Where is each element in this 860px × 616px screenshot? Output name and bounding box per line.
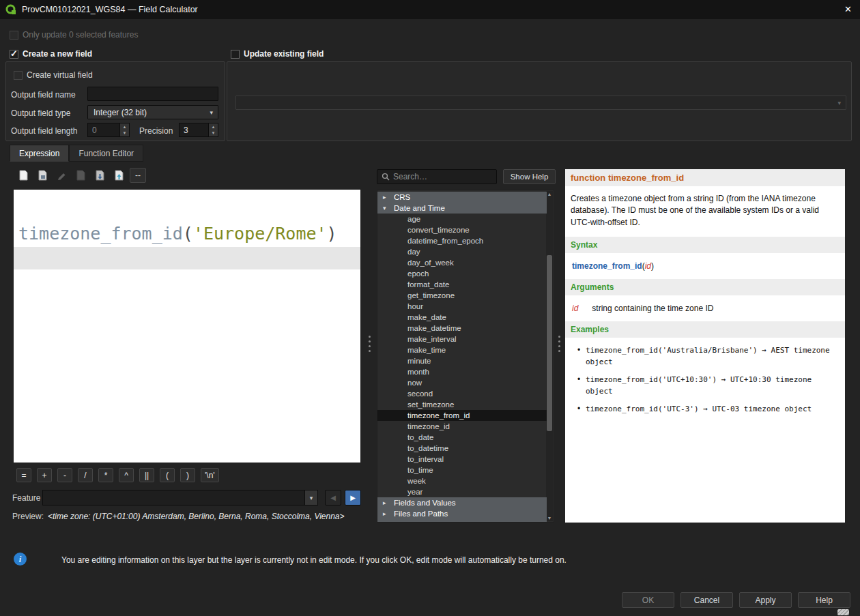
tree-item-month[interactable]: month bbox=[377, 366, 547, 377]
help-description: Creates a timezone object from a string … bbox=[565, 186, 841, 230]
tree-label: timezone_from_id bbox=[407, 411, 470, 420]
output-field-type-dropdown[interactable]: Integer (32 bit) ▾ bbox=[87, 105, 218, 119]
next-feature-button[interactable]: ▶ bbox=[345, 490, 361, 505]
tree-item-year[interactable]: year bbox=[377, 486, 547, 497]
create-virtual-field-checkbox[interactable]: Create virtual field bbox=[14, 70, 93, 80]
tree-item-datetime_from_epoch[interactable]: datetime_from_epoch bbox=[377, 235, 547, 246]
tree-group-Files and Paths[interactable]: ▸Files and Paths bbox=[377, 508, 547, 519]
expression-string: 'Europe/Rome' bbox=[193, 224, 327, 244]
operator-button-/[interactable]: / bbox=[78, 468, 93, 482]
spin-down-icon[interactable]: ▼ bbox=[209, 130, 218, 137]
comment-button[interactable]: -- bbox=[130, 168, 146, 183]
tree-item-make_date[interactable]: make_date bbox=[377, 312, 547, 323]
ok-button[interactable]: OK bbox=[622, 592, 674, 608]
function-tree[interactable]: ▲ ▼ ▸CRS▾Date and Timeageconvert_timezon… bbox=[377, 190, 554, 523]
precision-spinner[interactable]: 3 ▲▼ bbox=[179, 123, 218, 137]
operator-button--[interactable]: - bbox=[57, 468, 72, 482]
tree-label: convert_timezone bbox=[407, 226, 470, 234]
operator-button-'\n'[interactable]: '\n' bbox=[201, 468, 219, 482]
argument-row: id string containing the time zone ID bbox=[565, 295, 845, 314]
tree-label: age bbox=[407, 215, 420, 223]
feature-dropdown[interactable]: ▾ bbox=[42, 490, 318, 505]
show-help-button[interactable]: Show Help bbox=[503, 169, 556, 184]
tree-label: Date and Time bbox=[394, 204, 445, 212]
tree-item-age[interactable]: age bbox=[377, 214, 547, 224]
scroll-down-icon[interactable]: ▼ bbox=[546, 516, 553, 520]
tree-item-hour[interactable]: hour bbox=[377, 301, 547, 312]
tree-group-Date and Time[interactable]: ▾Date and Time bbox=[377, 203, 547, 214]
operator-button-||[interactable]: || bbox=[139, 468, 154, 482]
chevron-down-icon[interactable]: ▾ bbox=[304, 490, 317, 505]
tree-scrollbar[interactable]: ▲ ▼ bbox=[546, 191, 553, 521]
tree-item-timezone_from_id[interactable]: timezone_from_id bbox=[377, 410, 547, 421]
tab-expression[interactable]: Expression bbox=[10, 145, 69, 162]
operator-button-=[interactable]: = bbox=[16, 468, 31, 482]
output-field-length-spinner[interactable]: 0 ▲▼ bbox=[87, 123, 130, 137]
tree-item-epoch[interactable]: epoch bbox=[377, 268, 547, 279]
delete-expression-button[interactable] bbox=[72, 168, 89, 183]
operator-button-)[interactable]: ) bbox=[180, 468, 195, 482]
tree-item-to_datetime[interactable]: to_datetime bbox=[377, 443, 547, 454]
spinner-arrows[interactable]: ▲▼ bbox=[119, 123, 129, 136]
example-item: timezone_from_id('UTC+10:30') → UTC+10:3… bbox=[586, 374, 833, 397]
spin-down-icon[interactable]: ▼ bbox=[120, 130, 129, 137]
existing-field-dropdown[interactable]: ▾ bbox=[235, 96, 846, 110]
tree-item-to_time[interactable]: to_time bbox=[377, 465, 547, 475]
update-existing-field-checkbox[interactable]: Update existing field bbox=[231, 49, 324, 59]
scroll-up-icon[interactable]: ▲ bbox=[546, 192, 553, 196]
tree-group-Fields and Values[interactable]: ▸Fields and Values bbox=[377, 497, 547, 508]
previous-feature-button[interactable]: ◀ bbox=[325, 490, 341, 505]
tree-item-make_datetime[interactable]: make_datetime bbox=[377, 323, 547, 334]
tree-item-make_interval[interactable]: make_interval bbox=[377, 334, 547, 344]
checkbox-box bbox=[231, 50, 240, 59]
only-update-selected-checkbox[interactable]: Only update 0 selected features bbox=[10, 30, 138, 40]
tree-item-format_date[interactable]: format_date bbox=[377, 279, 547, 290]
import-expressions-button[interactable] bbox=[111, 168, 127, 183]
resize-grip[interactable] bbox=[837, 609, 849, 615]
cancel-button[interactable]: Cancel bbox=[680, 592, 733, 608]
expression-editor[interactable]: timezone_from_id('Europe/Rome') bbox=[14, 190, 360, 463]
output-field-name-input[interactable] bbox=[87, 87, 218, 101]
checkbox-box bbox=[10, 31, 18, 40]
preview-row: Preview: <time zone: (UTC+01:00) Amsterd… bbox=[12, 512, 345, 521]
splitter-handle-left[interactable] bbox=[369, 336, 371, 338]
tree-item-day[interactable]: day bbox=[377, 246, 547, 257]
tree-item-second[interactable]: second bbox=[377, 388, 547, 399]
operator-button-*[interactable]: * bbox=[98, 468, 113, 482]
save-expression-button[interactable] bbox=[34, 168, 51, 183]
help-button[interactable]: Help bbox=[798, 592, 850, 608]
tree-group-CRS[interactable]: ▸CRS bbox=[377, 192, 547, 203]
tree-item-day_of_week[interactable]: day_of_week bbox=[377, 257, 547, 268]
tree-item-week[interactable]: week bbox=[377, 475, 547, 486]
splitter-handle-right[interactable] bbox=[558, 336, 560, 338]
apply-button[interactable]: Apply bbox=[739, 592, 792, 608]
clear-expression-button[interactable] bbox=[15, 168, 31, 183]
create-new-field-checkbox[interactable]: Create a new field bbox=[10, 49, 92, 59]
edit-expression-button[interactable] bbox=[53, 168, 70, 183]
tree-item-timezone_id[interactable]: timezone_id bbox=[377, 421, 547, 432]
operator-button-+[interactable]: + bbox=[37, 468, 52, 482]
tree-group-Fuzzy Matching[interactable]: ▸Fuzzy Matching bbox=[377, 519, 547, 523]
tree-item-minute[interactable]: minute bbox=[377, 355, 547, 366]
tree-item-to_interval[interactable]: to_interval bbox=[377, 454, 547, 465]
operator-button-^[interactable]: ^ bbox=[119, 468, 134, 482]
search-input[interactable] bbox=[393, 172, 492, 181]
tree-item-set_timezone[interactable]: set_timezone bbox=[377, 399, 547, 410]
close-icon[interactable]: ✕ bbox=[844, 4, 852, 14]
scrollbar-thumb[interactable] bbox=[547, 255, 552, 431]
function-search[interactable] bbox=[377, 169, 497, 184]
operator-button-([interactable]: ( bbox=[160, 468, 175, 482]
tree-item-now[interactable]: now bbox=[377, 377, 547, 388]
tree-label: CRS bbox=[394, 193, 410, 201]
qgis-logo-icon bbox=[5, 4, 16, 15]
tree-label: minute bbox=[407, 357, 431, 365]
tree-item-get_timezone[interactable]: get_timezone bbox=[377, 290, 547, 301]
tree-item-make_time[interactable]: make_time bbox=[377, 344, 547, 355]
tree-item-to_date[interactable]: to_date bbox=[377, 432, 547, 443]
spin-up-icon[interactable]: ▲ bbox=[120, 123, 129, 130]
tree-item-convert_timezone[interactable]: convert_timezone bbox=[377, 224, 547, 235]
spin-up-icon[interactable]: ▲ bbox=[209, 123, 218, 130]
export-expressions-button[interactable] bbox=[91, 168, 108, 183]
tab-function-editor[interactable]: Function Editor bbox=[69, 145, 143, 162]
spinner-arrows[interactable]: ▲▼ bbox=[208, 123, 218, 136]
